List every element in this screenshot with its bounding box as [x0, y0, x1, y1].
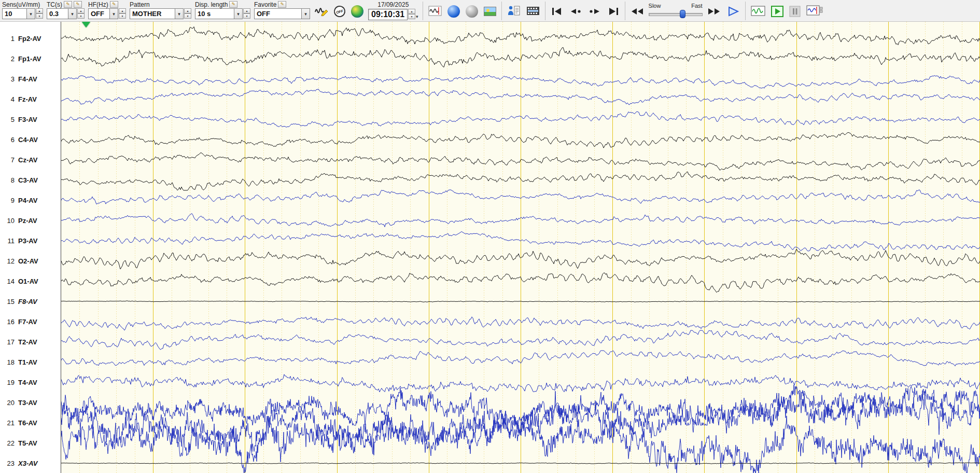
- annotate-wave-button[interactable]: [314, 4, 329, 19]
- tc-spinner[interactable]: ▲ ▼: [77, 8, 85, 19]
- time-spin-down[interactable]: ▼: [408, 14, 415, 19]
- channel-row[interactable]: 19T4-AV: [0, 377, 61, 387]
- map-globe-button[interactable]: [350, 4, 365, 19]
- channel-number: 1: [0, 35, 15, 43]
- pattern-spin-up[interactable]: ▲: [184, 8, 191, 13]
- channel-row[interactable]: 2Fp1-AV: [0, 53, 61, 64]
- channel-row[interactable]: 12O2-AV: [0, 256, 61, 266]
- time-spinner[interactable]: ▲ ▼: [408, 9, 415, 19]
- channel-row[interactable]: 8C3-AV: [0, 175, 61, 185]
- head-map-gray-button[interactable]: [465, 4, 479, 19]
- channel-number: 16: [0, 318, 15, 326]
- channel-row[interactable]: 4Fz-AV: [0, 94, 61, 104]
- channel-row[interactable]: 14O1-AV: [0, 276, 61, 286]
- channel-row[interactable]: 9P4-AV: [0, 195, 61, 205]
- sens-select[interactable]: 10▾: [2, 8, 35, 19]
- channel-row[interactable]: 15F8-AV: [0, 296, 61, 307]
- pattern-label: Pattern: [130, 1, 150, 8]
- forward-button[interactable]: [706, 4, 722, 19]
- channel-row[interactable]: 22T5-AV: [0, 438, 61, 448]
- step-back-button[interactable]: [568, 4, 583, 19]
- event-marker-green[interactable]: [82, 22, 90, 27]
- wave-frame-button[interactable]: [427, 4, 443, 19]
- channel-label: Fp2-AV: [18, 35, 41, 43]
- sens-spinner[interactable]: ▲ ▼: [36, 8, 43, 19]
- date-label: 17/09/2025: [377, 1, 409, 9]
- separator: [545, 2, 545, 20]
- disp-length-spinner[interactable]: ▲ ▼: [243, 8, 250, 19]
- separator: [501, 2, 502, 20]
- channel-label: T4-AV: [18, 379, 37, 386]
- channel-number: 20: [0, 399, 15, 407]
- off-stamp-button[interactable]: OFF: [333, 4, 346, 19]
- tc-edit-button[interactable]: ✎: [64, 1, 72, 8]
- sens-spin-down[interactable]: ▼: [36, 13, 43, 19]
- channel-row[interactable]: 5F3-AV: [0, 114, 61, 124]
- pattern-select[interactable]: MOTHER▾: [130, 8, 184, 19]
- speed-track[interactable]: [649, 10, 703, 18]
- tc-edit2-button[interactable]: ✎: [74, 1, 82, 8]
- channel-row[interactable]: 20T3-AV: [0, 397, 61, 408]
- video-button[interactable]: [525, 4, 541, 19]
- channel-row[interactable]: 18T1-AV: [0, 357, 61, 367]
- monitor-wave-button[interactable]: [750, 4, 766, 19]
- patient-info-button[interactable]: [506, 4, 522, 19]
- channel-number: 7: [0, 156, 15, 164]
- image-button[interactable]: [483, 4, 497, 19]
- favorite-edit-button[interactable]: ✎: [278, 1, 286, 8]
- hf-spin-up[interactable]: ▲: [119, 8, 126, 13]
- channel-row[interactable]: 16F7-AV: [0, 316, 61, 327]
- pause-gray-button[interactable]: [788, 4, 802, 19]
- review-monitor-button[interactable]: [805, 4, 824, 19]
- channel-number: 14: [0, 277, 15, 285]
- head-map-blue-button[interactable]: [446, 4, 461, 19]
- disp-length-group: Disp. length ✎ 10 s▾ ▲ ▼: [195, 1, 250, 19]
- skip-start-button[interactable]: [550, 4, 564, 19]
- rewind-button[interactable]: [629, 4, 645, 19]
- channel-row[interactable]: 17T2-AV: [0, 337, 61, 347]
- disp-length-spin-up[interactable]: ▲: [243, 8, 250, 13]
- channel-row[interactable]: 10Pz-AV: [0, 215, 61, 226]
- tc-spin-down[interactable]: ▼: [77, 13, 85, 19]
- channel-row[interactable]: 23X3-AV: [0, 458, 61, 468]
- hf-spinner[interactable]: ▲ ▼: [119, 8, 126, 19]
- sens-spin-up[interactable]: ▲: [36, 8, 43, 13]
- channel-label: F8-AV: [18, 298, 37, 305]
- play-button[interactable]: [725, 4, 741, 19]
- off-stamp-icon: OFF: [333, 5, 347, 19]
- run-green-button[interactable]: [770, 4, 785, 19]
- tc-select[interactable]: 0.3▾: [47, 8, 77, 19]
- favorite-select[interactable]: OFF▾: [254, 8, 310, 19]
- disp-length-spin-down[interactable]: ▼: [243, 13, 250, 19]
- step-forward-button[interactable]: [587, 4, 603, 19]
- tc-spin-up[interactable]: ▲: [77, 8, 85, 13]
- channel-row[interactable]: 6C4-AV: [0, 134, 61, 145]
- film-icon: [526, 6, 540, 18]
- channel-number: 10: [0, 217, 15, 225]
- time-spin-up[interactable]: ▲: [408, 9, 415, 14]
- toolbar: Sens(uV/mm) 10▾ ▲ ▼ TC(s) ✎ ✎ 0.3▾ ▲ ▼: [0, 0, 980, 22]
- channel-row[interactable]: 7Cz-AV: [0, 155, 61, 165]
- channel-label: F7-AV: [18, 318, 37, 326]
- hf-spin-down[interactable]: ▼: [119, 13, 126, 19]
- channel-number: 18: [0, 358, 15, 366]
- channel-row[interactable]: 21T6-AV: [0, 418, 61, 428]
- pattern-spinner[interactable]: ▲ ▼: [184, 8, 191, 19]
- speed-slider[interactable]: Slow Fast: [649, 3, 703, 18]
- disp-length-select[interactable]: 10 s▾: [195, 8, 243, 19]
- eeg-canvas[interactable]: [61, 22, 980, 473]
- hf-select[interactable]: OFF▾: [88, 8, 118, 19]
- channel-label: O2-AV: [18, 257, 38, 265]
- speed-handle[interactable]: [680, 10, 685, 18]
- disp-length-edit-button[interactable]: ✎: [229, 1, 237, 8]
- skip-end-button[interactable]: [606, 4, 621, 19]
- chevron-down-icon: ▾: [68, 8, 77, 19]
- channel-row[interactable]: 3F4-AV: [0, 74, 61, 84]
- channel-number: 5: [0, 116, 15, 123]
- pattern-spin-down[interactable]: ▼: [184, 13, 191, 19]
- hf-edit-button[interactable]: ✎: [110, 1, 118, 8]
- datetime-caret-icon[interactable]: ▾: [416, 14, 418, 19]
- channel-number: 2: [0, 55, 15, 63]
- channel-row[interactable]: 1Fp2-AV: [0, 33, 61, 44]
- channel-row[interactable]: 11P3-AV: [0, 235, 61, 246]
